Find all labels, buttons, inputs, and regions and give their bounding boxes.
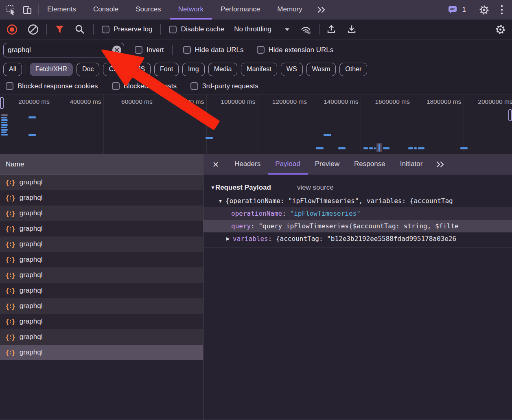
divider xyxy=(160,24,161,35)
request-row[interactable]: {}graphql xyxy=(0,252,203,267)
name-column-header[interactable]: Name xyxy=(0,154,203,175)
chip-fetch-xhr[interactable]: Fetch/XHR xyxy=(30,63,73,76)
record-network-log-button[interactable] xyxy=(6,23,18,35)
brace-close: } xyxy=(11,302,15,310)
request-row[interactable]: {}graphql xyxy=(0,283,203,298)
devtools-settings-button[interactable] xyxy=(478,4,490,16)
filter-toggle-button[interactable] xyxy=(53,23,66,35)
divider xyxy=(319,24,319,35)
search-button[interactable] xyxy=(74,23,86,35)
kebab-menu-button[interactable] xyxy=(496,4,508,16)
chip-manifest[interactable]: Manifest xyxy=(241,63,277,76)
tab-memory[interactable]: Memory xyxy=(269,0,311,20)
details-tab-preview[interactable]: Preview xyxy=(308,154,347,175)
request-row[interactable]: {}graphql xyxy=(0,314,203,329)
device-toolbar-button[interactable] xyxy=(21,4,33,16)
request-payload-section-header[interactable]: ▼ Request Payload view source xyxy=(203,181,512,195)
details-tab-initiator[interactable]: Initiator xyxy=(393,154,430,175)
third-party-requests-checkbox[interactable]: 3rd-party requests xyxy=(190,82,258,90)
brace-dots xyxy=(10,289,11,292)
request-row[interactable]: {}graphql xyxy=(0,298,203,314)
checkbox xyxy=(112,82,120,90)
chip-all[interactable]: All xyxy=(3,63,22,76)
timeline-request-bar xyxy=(408,147,413,149)
request-row[interactable]: {}graphql xyxy=(0,221,203,236)
collapsed-triangle-icon[interactable]: ▶ xyxy=(226,236,230,241)
brace-dots xyxy=(10,181,11,184)
payload-tree-row[interactable]: query: "query ipFlowTimeseries($accountT… xyxy=(203,220,512,232)
timeline-right-handle[interactable] xyxy=(508,109,512,121)
tab-performance[interactable]: Performance xyxy=(212,0,269,20)
import-har-button[interactable] xyxy=(325,23,337,35)
network-overview-timeline[interactable]: 200000 ms400000 ms600000 ms800000 ms1000… xyxy=(0,94,512,154)
request-payload-title: Request Payload xyxy=(215,184,271,192)
tab-console[interactable]: Console xyxy=(85,0,127,20)
network-toolbar: Preserve log Disable cache No throttling xyxy=(0,20,512,39)
request-row[interactable]: {}graphql xyxy=(0,190,203,206)
tab-network[interactable]: Network xyxy=(170,0,212,20)
request-row[interactable]: {}graphql xyxy=(0,267,203,283)
export-har-button[interactable] xyxy=(346,23,358,35)
brace-open: { xyxy=(5,225,9,233)
clear-network-log-button[interactable] xyxy=(27,23,39,35)
hide-data-urls-checkbox[interactable]: Hide data URLs xyxy=(183,46,244,54)
chevron-down-icon xyxy=(284,28,290,31)
collapse-triangle-icon[interactable]: ▼ xyxy=(210,185,215,190)
details-tab-payload[interactable]: Payload xyxy=(268,154,307,175)
hide-extension-urls-checkbox[interactable]: Hide extension URLs xyxy=(257,46,334,54)
brace-dots xyxy=(10,304,11,308)
request-row[interactable]: {}graphql xyxy=(0,329,203,345)
tab-elements[interactable]: Elements xyxy=(39,0,85,20)
chip-js[interactable]: JS xyxy=(131,63,151,76)
chip-media[interactable]: Media xyxy=(208,63,238,76)
inspect-element-button[interactable] xyxy=(5,4,17,16)
brace-open: { xyxy=(5,241,9,248)
request-name: graphql xyxy=(20,317,43,326)
view-source-link[interactable]: view source xyxy=(297,184,334,192)
tab-sources[interactable]: Sources xyxy=(127,0,169,20)
details-tab-headers[interactable]: Headers xyxy=(227,154,268,175)
network-settings-button[interactable] xyxy=(494,23,506,35)
brace-open: { xyxy=(5,287,9,295)
throttling-select[interactable]: No throttling xyxy=(234,25,290,33)
details-tab-response[interactable]: Response xyxy=(347,154,393,175)
brace-open: { xyxy=(5,318,9,326)
timeline-left-handle[interactable] xyxy=(0,97,4,109)
payload-tree: ▼{operationName: "ipFlowTimeseries", var… xyxy=(203,195,512,245)
brace-close: } xyxy=(11,179,15,186)
payload-text: query: "query ipFlowTimeseries($accountT… xyxy=(231,222,459,230)
chip-img[interactable]: Img xyxy=(182,63,205,76)
request-row[interactable]: {}graphql xyxy=(0,175,203,190)
blocked-response-cookies-checkbox[interactable]: Blocked response cookies xyxy=(6,82,98,90)
divider xyxy=(489,24,489,35)
network-conditions-button[interactable] xyxy=(300,23,313,35)
dot xyxy=(10,289,11,290)
more-tabs-button[interactable] xyxy=(311,0,332,20)
brace-open: { xyxy=(5,256,9,264)
payload-tree-row[interactable]: ▼{operationName: "ipFlowTimeseries", var… xyxy=(203,195,512,207)
invert-filter-checkbox[interactable]: Invert xyxy=(135,46,164,54)
request-row[interactable]: {}graphql xyxy=(0,345,203,360)
xhr-braces-icon: {} xyxy=(5,318,15,326)
chip-other[interactable]: Other xyxy=(339,63,367,76)
payload-tree-row[interactable]: ▶variables: {accountTag: "b12e3b2192ee55… xyxy=(203,232,512,245)
payload-tree-row[interactable]: operationName: "ipFlowTimeseries" xyxy=(203,207,512,220)
close-details-button[interactable]: ✕ xyxy=(203,154,227,175)
more-details-tabs-button[interactable] xyxy=(430,154,451,175)
request-row[interactable]: {}graphql xyxy=(0,206,203,221)
chip-css[interactable]: CSS xyxy=(103,63,128,76)
clear-filter-button[interactable] xyxy=(112,46,121,55)
blocked-requests-checkbox[interactable]: Blocked requests xyxy=(112,82,177,90)
timeline-request-bar xyxy=(1,117,7,118)
expanded-triangle-icon[interactable]: ▼ xyxy=(218,199,223,203)
chip-doc[interactable]: Doc xyxy=(77,63,99,76)
filter-input[interactable] xyxy=(4,46,124,54)
chip-font[interactable]: Font xyxy=(154,63,179,76)
timeline-tick: 600000 ms xyxy=(103,98,153,105)
console-messages-button[interactable] xyxy=(447,4,459,16)
preserve-log-checkbox[interactable]: Preserve log xyxy=(102,25,152,33)
disable-cache-checkbox[interactable]: Disable cache xyxy=(169,25,224,33)
chip-wasm[interactable]: Wasm xyxy=(306,63,336,76)
chip-ws[interactable]: WS xyxy=(281,63,303,76)
request-row[interactable]: {}graphql xyxy=(0,236,203,252)
